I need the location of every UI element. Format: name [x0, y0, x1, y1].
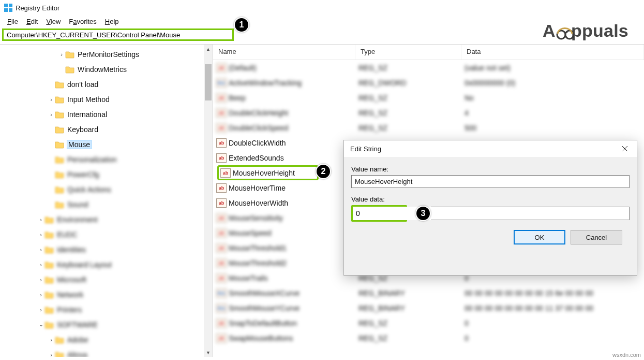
tree-item-label: Environment — [57, 215, 98, 224]
tree-item[interactable]: WindowMetrics — [0, 62, 213, 77]
string-value-icon: ab — [216, 228, 227, 238]
dialog-titlebar: Edit String — [344, 140, 637, 157]
tree-item-label: Identities — [57, 246, 86, 254]
value-row[interactable]: 011ActiveWindowTrackingREG_DWORD0x000000… — [213, 75, 644, 90]
tree-item[interactable]: Keyboard — [0, 122, 213, 137]
tree-item[interactable]: ⌄SOFTWARE — [0, 317, 213, 332]
value-type: REG_SZ — [358, 109, 465, 117]
tree-item[interactable]: don't load — [0, 77, 213, 92]
string-value-icon: ab — [216, 138, 227, 148]
tree-item[interactable]: ›EUDC — [0, 227, 213, 242]
valuedata-label: Value data: — [351, 195, 630, 203]
tree-twisty-icon[interactable]: › — [48, 337, 55, 343]
tree-item[interactable]: ›Altova — [0, 347, 213, 357]
string-value-icon: ab — [216, 334, 227, 343]
tree-item[interactable]: PowerCfg — [0, 167, 213, 182]
tree-twisty-icon[interactable]: › — [48, 352, 55, 357]
value-row[interactable]: abBeepREG_SZNo — [213, 90, 644, 105]
valuename-label: Value name: — [351, 165, 630, 173]
tree-item-label: don't load — [67, 80, 98, 89]
tree-twisty-icon[interactable]: ⌄ — [37, 321, 44, 328]
value-data: No — [465, 94, 644, 102]
value-data: (value not set) — [465, 64, 644, 72]
tree-twisty-icon[interactable]: › — [48, 111, 55, 118]
value-row[interactable]: 011SmoothMouseYCurveREG_BINARY00 00 00 0… — [213, 300, 644, 315]
menu-file[interactable]: File — [3, 17, 22, 26]
menu-help[interactable]: Help — [101, 17, 123, 26]
dialog-close-button[interactable] — [613, 141, 636, 156]
tree-item-label: Sound — [67, 200, 88, 209]
tree-item-label: Mouse — [67, 140, 91, 149]
value-name: SnapToDefaultButton — [229, 319, 297, 327]
dialog-title-text: Edit String — [350, 145, 381, 153]
value-row[interactable]: ab(Default)REG_SZ(value not set) — [213, 60, 644, 75]
tree-item[interactable]: ›Network — [0, 287, 213, 302]
tree-item[interactable]: Quick Actions — [0, 182, 213, 197]
value-row[interactable]: 011SmoothMouseXCurveREG_BINARY00 00 00 0… — [213, 285, 644, 300]
tree-twisty-icon[interactable]: › — [48, 96, 55, 103]
folder-icon — [44, 291, 54, 299]
tree-scrollbar[interactable]: ▲ ▼ — [204, 45, 213, 357]
tree-item[interactable]: Sound — [0, 197, 213, 212]
valuename-field: MouseHoverHeight — [351, 175, 630, 188]
tree-twisty-icon[interactable]: › — [37, 277, 44, 283]
tree-twisty-icon[interactable]: › — [37, 307, 44, 313]
string-value-icon: ab — [216, 198, 227, 208]
value-row[interactable]: abDoubleClickSpeedREG_SZ500 — [213, 120, 644, 135]
header-data[interactable]: Data — [461, 45, 644, 60]
tree-item[interactable]: ›Keyboard Layout — [0, 257, 213, 272]
tree-item-label: WindowMetrics — [78, 65, 127, 74]
folder-icon — [55, 185, 64, 194]
tree-item[interactable]: ›PerMonitorSettings — [0, 47, 213, 62]
tree-twisty-icon[interactable]: › — [37, 262, 44, 268]
tree-twisty-icon[interactable]: › — [37, 217, 44, 223]
binary-value-icon: 011 — [216, 304, 227, 313]
tree-item[interactable]: Personalization — [0, 152, 213, 167]
menu-favorites[interactable]: Favorites — [65, 17, 100, 26]
tree-item[interactable]: ›Adobe — [0, 332, 213, 347]
folder-icon — [55, 80, 64, 89]
tree-item[interactable]: Mouse — [0, 137, 213, 152]
close-icon — [622, 146, 628, 152]
valuedata-field-extension[interactable] — [431, 207, 630, 220]
tree-panel: ›PerMonitorSettingsWindowMetricsdon't lo… — [0, 45, 213, 357]
address-bar[interactable] — [2, 28, 234, 41]
tree-twisty-icon[interactable]: › — [37, 292, 44, 298]
value-name: ActiveWindowTracking — [229, 79, 302, 87]
value-name: DoubleClickWidth — [229, 139, 286, 147]
header-name[interactable]: Name — [213, 45, 355, 60]
value-row[interactable]: abSnapToDefaultButtonREG_SZ0 — [213, 315, 644, 330]
scroll-thumb[interactable] — [205, 64, 212, 100]
tree-twisty-icon[interactable]: › — [37, 232, 44, 238]
tree-item-label: SOFTWARE — [57, 321, 98, 329]
watermark-logo: Appuals — [543, 20, 628, 42]
ok-button[interactable]: OK — [514, 230, 565, 244]
tree-item[interactable]: ›International — [0, 107, 213, 122]
menu-edit[interactable]: Edit — [22, 17, 42, 26]
tree-item[interactable]: ›Printers — [0, 302, 213, 317]
folder-icon — [44, 215, 54, 224]
menu-view[interactable]: View — [42, 17, 65, 26]
tree-item[interactable]: ›Microsoft — [0, 272, 213, 287]
tree-item[interactable]: ›Identities — [0, 242, 213, 257]
header-type[interactable]: Type — [355, 45, 461, 60]
value-type: REG_BINARY — [358, 289, 465, 297]
value-data: 00 00 00 00 00 00 00 00 15 6e 00 00 00 — [465, 289, 644, 297]
value-data: 0 — [465, 319, 644, 327]
tree-twisty-icon[interactable]: › — [58, 51, 65, 57]
value-row[interactable]: abSwapMouseButtonsREG_SZ0 — [213, 330, 644, 345]
folder-icon — [55, 336, 64, 344]
tree-twisty-icon[interactable]: › — [37, 247, 44, 253]
callout-badge-3: 3 — [415, 206, 431, 221]
scroll-down-icon[interactable]: ▼ — [204, 348, 213, 357]
scroll-up-icon[interactable]: ▲ — [204, 45, 213, 53]
cancel-button[interactable]: Cancel — [571, 230, 622, 244]
tree-item[interactable]: ›Environment — [0, 212, 213, 227]
value-row[interactable]: abDoubleClickHeightREG_SZ4 — [213, 105, 644, 120]
value-name: DoubleClickHeight — [229, 109, 288, 117]
value-name: (Default) — [229, 64, 257, 72]
svg-rect-3 — [9, 8, 12, 12]
folder-icon — [44, 306, 54, 314]
string-value-icon: ab — [216, 243, 227, 253]
tree-item[interactable]: ›Input Method — [0, 92, 213, 107]
